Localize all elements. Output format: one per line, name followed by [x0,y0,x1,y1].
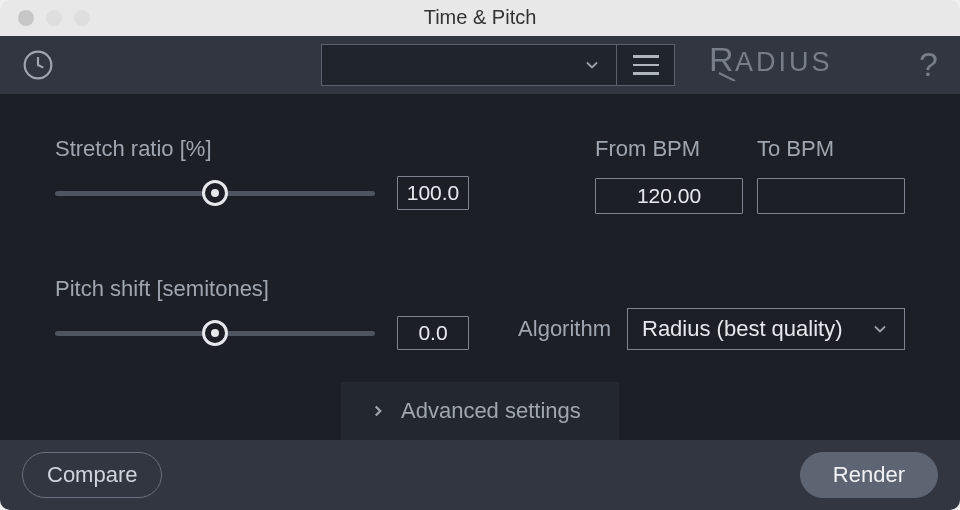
from-bpm-group: From BPM 120.00 [595,136,743,214]
advanced-settings-toggle[interactable]: Advanced settings [341,382,619,440]
chevron-right-icon [369,402,387,420]
stretch-ratio-slider[interactable] [55,181,375,205]
render-button-label: Render [833,462,905,488]
toolbar: R ADIUS ? [0,36,960,94]
algorithm-label: Algorithm [518,316,611,342]
minimize-button[interactable] [46,10,62,26]
plugin-window: Time & Pitch R ADIUS ? [0,0,960,510]
hamburger-icon [633,55,659,75]
traffic-lights [0,10,90,26]
render-button[interactable]: Render [800,452,938,498]
svg-text:R: R [709,41,736,78]
maximize-button[interactable] [74,10,90,26]
chevron-down-icon [582,55,602,75]
window-title: Time & Pitch [0,6,960,29]
window-titlebar[interactable]: Time & Pitch [0,0,960,36]
slider-thumb[interactable] [202,320,228,346]
pitch-shift-input[interactable]: 0.0 [397,316,469,350]
help-icon[interactable]: ? [919,45,938,84]
compare-button[interactable]: Compare [22,452,162,498]
to-bpm-label: To BPM [757,136,905,162]
history-icon[interactable] [22,49,54,81]
footer: Compare Render [0,440,960,510]
close-button[interactable] [18,10,34,26]
to-bpm-group: To BPM [757,136,905,214]
pitch-shift-group: Pitch shift [semitones] 0.0 [55,276,475,350]
algorithm-selected: Radius (best quality) [642,316,843,342]
to-bpm-input[interactable] [757,178,905,214]
pitch-shift-label: Pitch shift [semitones] [55,276,475,302]
brand-logo: R ADIUS [709,41,885,89]
preset-menu-button[interactable] [617,44,675,86]
stretch-ratio-group: Stretch ratio [%] 100.0 [55,136,475,210]
stretch-ratio-label: Stretch ratio [%] [55,136,475,162]
slider-thumb[interactable] [202,180,228,206]
chevron-down-icon [870,319,890,339]
preset-dropdown[interactable] [321,44,617,86]
pitch-shift-slider[interactable] [55,321,375,345]
compare-button-label: Compare [47,462,137,488]
from-bpm-label: From BPM [595,136,743,162]
from-bpm-input[interactable]: 120.00 [595,178,743,214]
algorithm-dropdown[interactable]: Radius (best quality) [627,308,905,350]
stretch-ratio-input[interactable]: 100.0 [397,176,469,210]
advanced-settings-label: Advanced settings [401,398,581,424]
main-body: Stretch ratio [%] 100.0 From BPM 120.00 … [0,94,960,440]
svg-text:ADIUS: ADIUS [735,47,833,77]
